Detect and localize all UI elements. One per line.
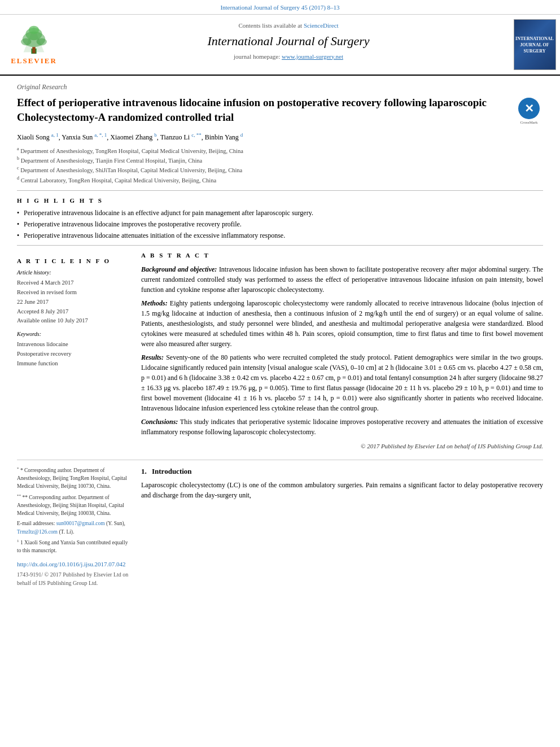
introduction-column: 1. Introduction Laparoscopic cholecystec… [141,466,543,587]
journal-title: International Journal of Surgery [68,33,509,50]
sciencedirect-link[interactable]: ScienceDirect [304,22,339,29]
elsevier-logo-area: ELSEVIER [0,19,68,70]
crossmark-circle: ✕ [518,98,540,119]
article-title: Effect of perioperative intravenous lido… [17,95,506,124]
divider-2 [17,245,543,246]
footnote-equal: 1 1 Xiaoli Song and Yanxia Sun contribut… [17,538,130,555]
article-info-header: A R T I C L E I N F O [17,257,130,265]
results-label: Results: [141,353,164,361]
highlights-list: Perioperative intravenous lidocaine is a… [17,208,543,240]
keyword-1: Intravenous lidocaine [17,340,130,350]
crossmark-cross-icon: ✕ [524,103,534,114]
date-online: Available online 10 July 2017 [17,316,130,326]
results-text: Seventy-one of the 80 patients who were … [141,353,543,412]
bottom-section: * * Corresponding author. Department of … [17,460,543,587]
crossmark-icon: ✕ CrossMark [515,98,543,126]
abstract-background: Background and objective: Intravenous li… [141,264,543,295]
corresponding-1: * * Corresponding author. Department of … [17,466,130,491]
corresponding-2: ** ** Corresponding author. Department o… [17,493,130,518]
homepage-link[interactable]: www.journal-surgery.net [282,53,343,60]
affiliation-d: d Central Laboratory, TongRen Hospital, … [17,175,543,185]
methods-label: Methods: [141,299,168,307]
article-title-row: Effect of perioperative intravenous lido… [17,95,543,126]
doi-link: http://dx.doi.org/10.1016/j.ijsu.2017.07… [17,560,130,569]
citation-text: International Journal of Surgery 45 (201… [220,4,339,11]
affiliation-a: a Department of Anesthesiology, TongRen … [17,146,543,155]
elsevier-text: ELSEVIER [11,56,57,66]
article-dates: Received 4 March 2017 Received in revise… [17,278,130,326]
svg-rect-7 [32,47,36,53]
date-accepted: Accepted 8 July 2017 [17,307,130,317]
abstract-conclusions: Conclusions: This study indicates that p… [141,417,543,437]
email-link-2[interactable]: TrmzItz@126.com [17,529,59,535]
copyright-line: © 2017 Published by Elsevier Ltd on beha… [141,442,543,451]
main-content: Original Research Effect of perioperativ… [0,76,560,599]
journal-thumbnail-area: INTERNATIONALJOURNAL OFSURGERY [509,19,560,70]
journal-header: ELSEVIER Contents lists available at Sci… [0,15,560,76]
intro-heading: 1. Introduction [141,466,543,477]
two-column-layout: A R T I C L E I N F O Article history: R… [17,251,543,451]
date-revised: 22 June 2017 [17,298,130,307]
methods-text: Eighty patients undergoing laparoscopic … [141,299,543,348]
background-label: Background and objective: [141,265,217,273]
footnotes-column: * * Corresponding author. Department of … [17,466,130,587]
history-label: Article history: [17,269,130,277]
journal-title-area: Contents lists available at ScienceDirec… [68,19,509,70]
issn-line: 1743-9191/ © 2017 Published by Elsevier … [17,570,130,587]
crossmark-label: CrossMark [520,120,537,126]
journal-homepage: journal homepage: www.journal-surgery.ne… [68,53,509,61]
article-history: Article history: Received 4 March 2017 R… [17,269,130,326]
intro-number: 1. [141,467,147,475]
highlight-item-3: Perioperative intravenous lidocaine atte… [17,231,543,241]
affiliations: a Department of Anesthesiology, TongRen … [17,146,543,185]
keywords-section: Keywords: Intravenous lidocaine Postoper… [17,330,130,368]
highlights-header: H I G H L I G H T S [17,196,543,205]
elsevier-logo: ELSEVIER [11,24,57,66]
highlight-item-1: Perioperative intravenous lidocaine is a… [17,208,543,218]
svg-point-6 [37,38,47,45]
abstract-header: A B S T R A C T [141,251,543,260]
intro-text: Laparoscopic cholecystectomy (LC) is one… [141,480,543,500]
sciencedirect-line: Contents lists available at ScienceDirec… [68,21,509,30]
date-revised-label: Received in revised form [17,288,130,298]
keywords-label: Keywords: [17,330,130,338]
crossmark-badge: ✕ CrossMark [515,98,543,126]
svg-point-5 [21,38,31,45]
page: International Journal of Surgery 45 (201… [0,0,560,747]
abstract-section: Background and objective: Intravenous li… [141,264,543,451]
journal-thumbnail: INTERNATIONALJOURNAL OFSURGERY [514,19,556,70]
affiliation-c: c Department of Anesthesiology, ShiJiTan… [17,165,543,174]
divider-1 [17,190,543,191]
email-link-1[interactable]: sun00017@gmail.com [56,521,106,526]
affiliation-b: b Department of Anesthesiology, Tianjin … [17,155,543,165]
abstract-results: Results: Seventy-one of the 80 patients … [141,352,543,413]
highlight-item-2: Perioperative intravenous lidocaine impr… [17,220,543,229]
conclusions-label: Conclusions: [141,418,178,426]
keyword-2: Postoperative recovery [17,350,130,359]
doi-url[interactable]: http://dx.doi.org/10.1016/j.ijsu.2017.07… [17,561,126,567]
intro-title: Introduction [152,467,192,475]
article-type: Original Research [17,82,543,92]
email-line: E-mail addresses: sun00017@gmail.com (Y.… [17,519,130,536]
abstract-methods: Methods: Eighty patients undergoing lapa… [141,298,543,349]
conclusions-text: This study indicates that perioperative … [141,418,543,436]
elsevier-tree-icon [14,24,54,55]
svg-point-4 [29,25,39,34]
article-info-column: A R T I C L E I N F O Article history: R… [17,251,130,451]
journal-citation: International Journal of Surgery 45 (201… [0,0,560,15]
date-received: Received 4 March 2017 [17,278,130,288]
abstract-column: A B S T R A C T Background and objective… [141,251,543,451]
keyword-3: Immune function [17,359,130,369]
authors-line: Xiaoli Song a, 1, Yanxia Sun a, *, 1, Xi… [17,132,543,142]
